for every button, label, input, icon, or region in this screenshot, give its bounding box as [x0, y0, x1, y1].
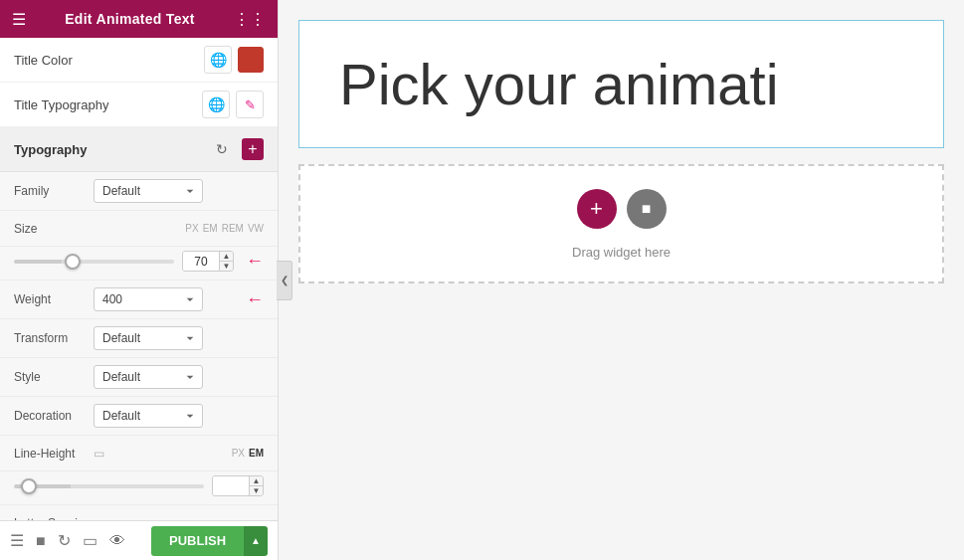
main-area: Pick your animati + ■ Drag widget here [279, 0, 964, 560]
publish-button[interactable]: PUBLISH [151, 526, 244, 556]
size-spin-up[interactable]: ▲ [220, 252, 233, 262]
bottom-left-icons: ☰ ■ ↻ ▭ 👁 [10, 531, 125, 550]
drag-widget-area[interactable]: + ■ Drag widget here [298, 164, 944, 283]
line-height-spinners: ▲ ▼ [249, 476, 263, 495]
line-height-input[interactable] [213, 476, 249, 495]
size-slider-row: ▲ ▼ ← [0, 247, 278, 280]
title-typography-row: Title Typography 🌐 ✎ [0, 83, 278, 127]
title-color-row: Title Color 🌐 [0, 38, 278, 83]
transform-label: Transform [14, 331, 94, 345]
style-control: Default Normal Italic Oblique [94, 365, 264, 389]
size-input-container: ▲ ▼ [182, 251, 234, 272]
line-height-unit-em[interactable]: EM [249, 448, 264, 459]
transform-select[interactable]: Default Uppercase Lowercase Capitalize [94, 326, 203, 350]
line-height-slider[interactable] [14, 484, 204, 488]
line-height-input-container: ▲ ▼ [212, 475, 264, 496]
title-typography-label: Title Typography [14, 97, 108, 112]
size-input[interactable] [183, 252, 219, 271]
title-typography-global-btn[interactable]: 🌐 [202, 91, 230, 118]
family-label: Family [14, 184, 94, 198]
title-color-controls: 🌐 [204, 46, 264, 74]
transform-control: Default Uppercase Lowercase Capitalize [94, 326, 264, 350]
drag-add-button[interactable]: + [577, 189, 617, 229]
style-label: Style [14, 370, 94, 384]
size-unit-vw[interactable]: VW [248, 223, 264, 234]
line-height-unit-px[interactable]: PX [232, 448, 245, 459]
line-height-spin-up[interactable]: ▲ [250, 476, 263, 486]
decoration-select[interactable]: Default Underline Overline Line-through [94, 404, 203, 428]
weight-select[interactable]: 100 200 300 400 500 600 700 800 900 [94, 287, 203, 311]
widgets-icon[interactable]: ■ [36, 532, 46, 550]
typography-section: Typography ↻ + Family Default Arial Helv… [0, 127, 278, 520]
bottom-toolbar: ☰ ■ ↻ ▭ 👁 PUBLISH ▲ [0, 520, 278, 560]
line-height-resp-icon: ▭ [94, 447, 104, 461]
history-icon[interactable]: ↻ [58, 531, 71, 550]
preview-text: Pick your animati [339, 51, 779, 117]
typography-add-btn[interactable]: + [242, 138, 264, 160]
drag-widget-buttons: + ■ [577, 189, 667, 229]
title-typography-edit-btn[interactable]: ✎ [236, 91, 264, 118]
line-height-label: Line-Height [14, 447, 94, 461]
left-panel: ☰ Edit Animated Text ⋮⋮ Title Color 🌐 Ti… [0, 0, 279, 560]
size-spin-down[interactable]: ▼ [220, 262, 233, 271]
weight-row: Weight 100 200 300 400 500 600 700 800 9… [0, 280, 278, 319]
family-select[interactable]: Default Arial Helvetica Times New Roman [94, 179, 203, 203]
title-color-swatch[interactable] [238, 47, 264, 73]
drag-widget-label: Drag widget here [572, 245, 671, 260]
line-height-slider-row: ▲ ▼ [0, 471, 278, 505]
decoration-row: Decoration Default Underline Overline Li… [0, 397, 278, 436]
text-preview-box[interactable]: Pick your animati [298, 20, 944, 148]
line-height-spin-down[interactable]: ▼ [250, 486, 263, 495]
preview-icon[interactable]: 👁 [109, 532, 125, 550]
family-row: Family Default Arial Helvetica Times New… [0, 172, 278, 211]
drag-stop-button[interactable]: ■ [627, 189, 667, 229]
publish-arrow-button[interactable]: ▲ [244, 526, 268, 556]
publish-btn-wrap: PUBLISH ▲ [151, 526, 268, 556]
layers-icon[interactable]: ☰ [10, 531, 24, 550]
size-row: Size PX EM REM VW [0, 211, 278, 247]
weight-arrow-indicator: ← [246, 289, 264, 310]
typography-reset-btn[interactable]: ↻ [210, 137, 234, 161]
letter-spacing-label-row: Letter Spacing ▭ [0, 505, 278, 520]
family-control: Default Arial Helvetica Times New Roman [94, 179, 264, 203]
size-unit-px[interactable]: PX [185, 223, 198, 234]
style-select[interactable]: Default Normal Italic Oblique [94, 365, 203, 389]
style-row: Style Default Normal Italic Oblique [0, 358, 278, 397]
size-unit-rem[interactable]: REM [222, 223, 244, 234]
size-label: Size [14, 222, 94, 236]
decoration-label: Decoration [14, 409, 94, 423]
decoration-control: Default Underline Overline Line-through [94, 404, 264, 428]
transform-row: Transform Default Uppercase Lowercase Ca… [0, 319, 278, 358]
typography-header: Typography ↻ + [0, 127, 278, 172]
weight-label: Weight [14, 292, 94, 306]
title-color-global-btn[interactable]: 🌐 [204, 46, 232, 74]
canvas-area: Pick your animati + ■ Drag widget here [279, 0, 964, 560]
grid-icon[interactable]: ⋮⋮ [234, 10, 266, 29]
typography-header-icons: ↻ + [210, 137, 264, 161]
line-height-label-row: Line-Height ▭ PX EM [0, 436, 278, 471]
panel-collapse-toggle[interactable]: ❮ [277, 261, 292, 300]
title-color-label: Title Color [14, 53, 73, 68]
hamburger-icon[interactable]: ☰ [12, 10, 26, 29]
panel-content: Title Color 🌐 Title Typography 🌐 ✎ Typog… [0, 38, 278, 520]
title-typography-controls: 🌐 ✎ [202, 91, 264, 118]
responsive-icon[interactable]: ▭ [83, 531, 97, 550]
size-slider[interactable] [14, 260, 174, 264]
weight-control: 100 200 300 400 500 600 700 800 900 [94, 287, 240, 311]
size-unit-em[interactable]: EM [203, 223, 218, 234]
size-spinners: ▲ ▼ [219, 252, 233, 271]
size-arrow-indicator: ← [246, 251, 264, 272]
panel-header: ☰ Edit Animated Text ⋮⋮ [0, 0, 278, 38]
panel-title: Edit Animated Text [65, 11, 195, 27]
typography-section-title: Typography [14, 142, 87, 157]
